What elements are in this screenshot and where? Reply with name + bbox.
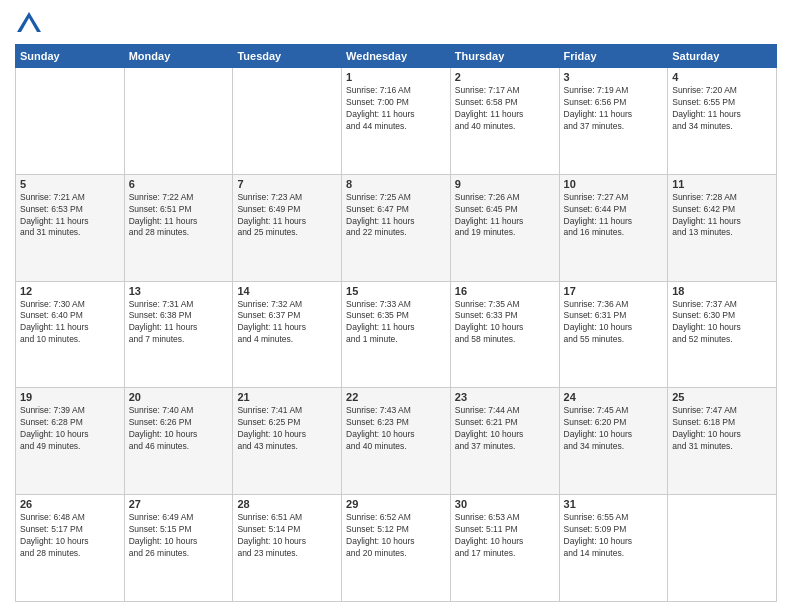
calendar-cell: 14Sunrise: 7:32 AM Sunset: 6:37 PM Dayli… <box>233 281 342 388</box>
day-number: 4 <box>672 71 772 83</box>
calendar-week-row: 5Sunrise: 7:21 AM Sunset: 6:53 PM Daylig… <box>16 174 777 281</box>
weekday-header: Sunday <box>16 45 125 68</box>
calendar-cell: 21Sunrise: 7:41 AM Sunset: 6:25 PM Dayli… <box>233 388 342 495</box>
calendar-cell: 20Sunrise: 7:40 AM Sunset: 6:26 PM Dayli… <box>124 388 233 495</box>
day-info: Sunrise: 7:28 AM Sunset: 6:42 PM Dayligh… <box>672 192 772 240</box>
day-number: 1 <box>346 71 446 83</box>
calendar-cell: 19Sunrise: 7:39 AM Sunset: 6:28 PM Dayli… <box>16 388 125 495</box>
calendar-cell: 1Sunrise: 7:16 AM Sunset: 7:00 PM Daylig… <box>342 68 451 175</box>
calendar-cell: 13Sunrise: 7:31 AM Sunset: 6:38 PM Dayli… <box>124 281 233 388</box>
calendar-week-row: 12Sunrise: 7:30 AM Sunset: 6:40 PM Dayli… <box>16 281 777 388</box>
day-number: 2 <box>455 71 555 83</box>
day-info: Sunrise: 7:19 AM Sunset: 6:56 PM Dayligh… <box>564 85 664 133</box>
calendar-cell: 4Sunrise: 7:20 AM Sunset: 6:55 PM Daylig… <box>668 68 777 175</box>
calendar-cell: 16Sunrise: 7:35 AM Sunset: 6:33 PM Dayli… <box>450 281 559 388</box>
weekday-header: Thursday <box>450 45 559 68</box>
day-info: Sunrise: 7:40 AM Sunset: 6:26 PM Dayligh… <box>129 405 229 453</box>
day-info: Sunrise: 7:47 AM Sunset: 6:18 PM Dayligh… <box>672 405 772 453</box>
calendar-cell: 10Sunrise: 7:27 AM Sunset: 6:44 PM Dayli… <box>559 174 668 281</box>
day-number: 14 <box>237 285 337 297</box>
day-number: 21 <box>237 391 337 403</box>
day-number: 26 <box>20 498 120 510</box>
day-info: Sunrise: 7:35 AM Sunset: 6:33 PM Dayligh… <box>455 299 555 347</box>
day-number: 8 <box>346 178 446 190</box>
day-info: Sunrise: 7:16 AM Sunset: 7:00 PM Dayligh… <box>346 85 446 133</box>
day-number: 12 <box>20 285 120 297</box>
day-number: 10 <box>564 178 664 190</box>
day-number: 5 <box>20 178 120 190</box>
day-info: Sunrise: 6:52 AM Sunset: 5:12 PM Dayligh… <box>346 512 446 560</box>
day-info: Sunrise: 7:27 AM Sunset: 6:44 PM Dayligh… <box>564 192 664 240</box>
header <box>15 10 777 38</box>
calendar-cell: 5Sunrise: 7:21 AM Sunset: 6:53 PM Daylig… <box>16 174 125 281</box>
day-info: Sunrise: 7:25 AM Sunset: 6:47 PM Dayligh… <box>346 192 446 240</box>
day-info: Sunrise: 6:51 AM Sunset: 5:14 PM Dayligh… <box>237 512 337 560</box>
day-number: 6 <box>129 178 229 190</box>
calendar-week-row: 26Sunrise: 6:48 AM Sunset: 5:17 PM Dayli… <box>16 495 777 602</box>
day-info: Sunrise: 7:22 AM Sunset: 6:51 PM Dayligh… <box>129 192 229 240</box>
day-number: 30 <box>455 498 555 510</box>
weekday-header: Monday <box>124 45 233 68</box>
day-info: Sunrise: 7:17 AM Sunset: 6:58 PM Dayligh… <box>455 85 555 133</box>
calendar-cell: 6Sunrise: 7:22 AM Sunset: 6:51 PM Daylig… <box>124 174 233 281</box>
calendar-cell: 25Sunrise: 7:47 AM Sunset: 6:18 PM Dayli… <box>668 388 777 495</box>
calendar-week-row: 1Sunrise: 7:16 AM Sunset: 7:00 PM Daylig… <box>16 68 777 175</box>
calendar-cell: 30Sunrise: 6:53 AM Sunset: 5:11 PM Dayli… <box>450 495 559 602</box>
day-number: 11 <box>672 178 772 190</box>
day-info: Sunrise: 7:43 AM Sunset: 6:23 PM Dayligh… <box>346 405 446 453</box>
day-info: Sunrise: 6:55 AM Sunset: 5:09 PM Dayligh… <box>564 512 664 560</box>
calendar-cell <box>124 68 233 175</box>
day-number: 17 <box>564 285 664 297</box>
day-info: Sunrise: 7:23 AM Sunset: 6:49 PM Dayligh… <box>237 192 337 240</box>
day-info: Sunrise: 7:45 AM Sunset: 6:20 PM Dayligh… <box>564 405 664 453</box>
day-number: 20 <box>129 391 229 403</box>
day-number: 25 <box>672 391 772 403</box>
day-number: 31 <box>564 498 664 510</box>
day-info: Sunrise: 6:49 AM Sunset: 5:15 PM Dayligh… <box>129 512 229 560</box>
calendar-cell: 11Sunrise: 7:28 AM Sunset: 6:42 PM Dayli… <box>668 174 777 281</box>
day-info: Sunrise: 7:31 AM Sunset: 6:38 PM Dayligh… <box>129 299 229 347</box>
day-number: 24 <box>564 391 664 403</box>
calendar-cell: 22Sunrise: 7:43 AM Sunset: 6:23 PM Dayli… <box>342 388 451 495</box>
weekday-header: Saturday <box>668 45 777 68</box>
calendar-cell: 9Sunrise: 7:26 AM Sunset: 6:45 PM Daylig… <box>450 174 559 281</box>
calendar-cell: 17Sunrise: 7:36 AM Sunset: 6:31 PM Dayli… <box>559 281 668 388</box>
calendar-cell: 28Sunrise: 6:51 AM Sunset: 5:14 PM Dayli… <box>233 495 342 602</box>
day-number: 15 <box>346 285 446 297</box>
day-number: 27 <box>129 498 229 510</box>
calendar-cell: 23Sunrise: 7:44 AM Sunset: 6:21 PM Dayli… <box>450 388 559 495</box>
day-info: Sunrise: 7:30 AM Sunset: 6:40 PM Dayligh… <box>20 299 120 347</box>
day-info: Sunrise: 6:48 AM Sunset: 5:17 PM Dayligh… <box>20 512 120 560</box>
calendar-week-row: 19Sunrise: 7:39 AM Sunset: 6:28 PM Dayli… <box>16 388 777 495</box>
day-info: Sunrise: 7:44 AM Sunset: 6:21 PM Dayligh… <box>455 405 555 453</box>
calendar-cell: 18Sunrise: 7:37 AM Sunset: 6:30 PM Dayli… <box>668 281 777 388</box>
day-number: 9 <box>455 178 555 190</box>
day-info: Sunrise: 7:33 AM Sunset: 6:35 PM Dayligh… <box>346 299 446 347</box>
calendar-cell: 2Sunrise: 7:17 AM Sunset: 6:58 PM Daylig… <box>450 68 559 175</box>
calendar-cell: 8Sunrise: 7:25 AM Sunset: 6:47 PM Daylig… <box>342 174 451 281</box>
calendar-cell <box>233 68 342 175</box>
calendar-cell <box>668 495 777 602</box>
day-info: Sunrise: 7:41 AM Sunset: 6:25 PM Dayligh… <box>237 405 337 453</box>
calendar-cell: 3Sunrise: 7:19 AM Sunset: 6:56 PM Daylig… <box>559 68 668 175</box>
weekday-header: Tuesday <box>233 45 342 68</box>
day-info: Sunrise: 7:32 AM Sunset: 6:37 PM Dayligh… <box>237 299 337 347</box>
logo-icon <box>15 10 43 38</box>
calendar-cell: 29Sunrise: 6:52 AM Sunset: 5:12 PM Dayli… <box>342 495 451 602</box>
calendar-cell: 27Sunrise: 6:49 AM Sunset: 5:15 PM Dayli… <box>124 495 233 602</box>
day-info: Sunrise: 7:21 AM Sunset: 6:53 PM Dayligh… <box>20 192 120 240</box>
weekday-header-row: SundayMondayTuesdayWednesdayThursdayFrid… <box>16 45 777 68</box>
day-info: Sunrise: 7:20 AM Sunset: 6:55 PM Dayligh… <box>672 85 772 133</box>
calendar-cell: 24Sunrise: 7:45 AM Sunset: 6:20 PM Dayli… <box>559 388 668 495</box>
day-info: Sunrise: 7:36 AM Sunset: 6:31 PM Dayligh… <box>564 299 664 347</box>
weekday-header: Wednesday <box>342 45 451 68</box>
calendar-table: SundayMondayTuesdayWednesdayThursdayFrid… <box>15 44 777 602</box>
day-number: 28 <box>237 498 337 510</box>
page: SundayMondayTuesdayWednesdayThursdayFrid… <box>0 0 792 612</box>
day-number: 3 <box>564 71 664 83</box>
calendar-cell: 26Sunrise: 6:48 AM Sunset: 5:17 PM Dayli… <box>16 495 125 602</box>
day-number: 23 <box>455 391 555 403</box>
day-number: 13 <box>129 285 229 297</box>
calendar-cell: 15Sunrise: 7:33 AM Sunset: 6:35 PM Dayli… <box>342 281 451 388</box>
day-number: 18 <box>672 285 772 297</box>
